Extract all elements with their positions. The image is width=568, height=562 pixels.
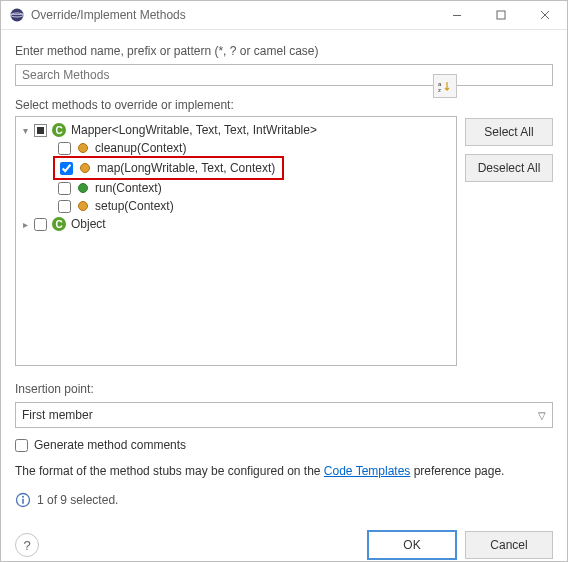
tree-node-map[interactable]: map(LongWritable, Text, Context): [16, 159, 456, 177]
info-row: 1 of 9 selected.: [15, 492, 553, 508]
method-protected-icon: [75, 198, 91, 214]
expand-icon[interactable]: ▸: [18, 219, 32, 230]
insertion-select[interactable]: First member ▽: [15, 402, 553, 428]
generate-comments-row[interactable]: Generate method comments: [15, 438, 553, 452]
selection-status: 1 of 9 selected.: [37, 493, 118, 507]
close-button[interactable]: [523, 1, 567, 29]
code-templates-link[interactable]: Code Templates: [324, 464, 411, 478]
tree-node-object[interactable]: ▸ C Object: [16, 215, 456, 233]
checkbox[interactable]: [34, 218, 47, 231]
svg-point-0: [11, 9, 24, 22]
format-suffix: preference page.: [410, 464, 504, 478]
method-label: setup(Context): [95, 199, 174, 213]
method-tree[interactable]: ▾ C Mapper<LongWritable, Text, Text, Int…: [15, 116, 457, 366]
tree-node-cleanup[interactable]: cleanup(Context): [16, 139, 456, 157]
select-label: Select methods to override or implement:: [15, 98, 457, 112]
checkbox[interactable]: [58, 182, 71, 195]
dialog-title: Override/Implement Methods: [31, 8, 435, 22]
svg-text:z: z: [438, 87, 441, 93]
bottom-bar: ? OK Cancel: [1, 518, 567, 562]
method-protected-icon: [75, 140, 91, 156]
ok-button[interactable]: OK: [367, 530, 457, 560]
insertion-value: First member: [22, 408, 93, 422]
svg-rect-4: [497, 11, 505, 19]
svg-rect-2: [11, 14, 24, 15]
enter-label: Enter method name, prefix or pattern (*,…: [15, 44, 553, 58]
chevron-down-icon: ▽: [538, 410, 546, 421]
select-all-button[interactable]: Select All: [465, 118, 553, 146]
node-label: Mapper<LongWritable, Text, Text, IntWrit…: [71, 123, 317, 137]
svg-rect-3: [453, 15, 461, 16]
content: Enter method name, prefix or pattern (*,…: [1, 30, 567, 518]
method-label: run(Context): [95, 181, 162, 195]
titlebar: Override/Implement Methods: [1, 1, 567, 30]
maximize-button[interactable]: [479, 1, 523, 29]
class-icon: C: [51, 216, 67, 232]
tree-node-run[interactable]: run(Context): [16, 179, 456, 197]
dialog-window: Override/Implement Methods Enter method …: [0, 0, 568, 562]
info-icon: [15, 492, 31, 508]
cancel-button[interactable]: Cancel: [465, 531, 553, 559]
svg-rect-10: [37, 127, 44, 134]
tree-node-setup[interactable]: setup(Context): [16, 197, 456, 215]
search-input[interactable]: [15, 64, 553, 86]
method-label: map(LongWritable, Text, Context): [97, 161, 275, 175]
checkbox[interactable]: [58, 142, 71, 155]
node-label: Object: [71, 217, 106, 231]
eclipse-icon: [9, 7, 25, 23]
collapse-icon[interactable]: ▾: [18, 125, 32, 136]
help-button[interactable]: ?: [15, 533, 39, 557]
svg-point-12: [22, 496, 24, 498]
method-protected-icon: [77, 160, 93, 176]
generate-comments-checkbox[interactable]: [15, 439, 28, 452]
deselect-all-button[interactable]: Deselect All: [465, 154, 553, 182]
insertion-label: Insertion point:: [15, 382, 553, 396]
format-prefix: The format of the method stubs may be co…: [15, 464, 324, 478]
method-public-icon: [75, 180, 91, 196]
format-text: The format of the method stubs may be co…: [15, 462, 553, 480]
sort-alpha-button[interactable]: az: [433, 74, 457, 98]
svg-rect-13: [22, 499, 24, 504]
method-label: cleanup(Context): [95, 141, 186, 155]
minimize-button[interactable]: [435, 1, 479, 29]
generate-comments-label: Generate method comments: [34, 438, 186, 452]
checkbox[interactable]: [58, 200, 71, 213]
checkbox[interactable]: [60, 162, 73, 175]
checkbox[interactable]: [34, 124, 47, 137]
class-icon: C: [51, 122, 67, 138]
tree-node-mapper[interactable]: ▾ C Mapper<LongWritable, Text, Text, Int…: [16, 121, 456, 139]
